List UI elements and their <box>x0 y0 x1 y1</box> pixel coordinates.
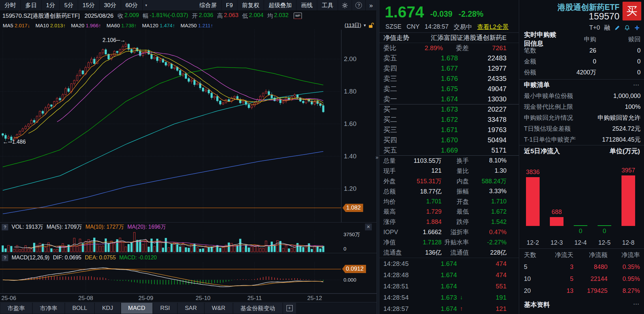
more-tools-button[interactable]: » <box>366 0 377 11</box>
period-button-1[interactable]: 多日 <box>21 0 42 11</box>
ask-price: 1.677 <box>409 65 458 72</box>
collapse-chevron-icon[interactable]: » <box>376 154 378 160</box>
tab-SAR[interactable]: SAR <box>178 303 204 314</box>
add-indicator-button[interactable]: + <box>283 303 296 314</box>
tab-RSI[interactable]: RSI <box>153 303 177 314</box>
tick-price: 1.674 <box>416 283 457 290</box>
tab-KDJ[interactable]: KDJ <box>95 303 120 314</box>
subscription-title: 实时申购赎回信息 <box>524 30 562 48</box>
tick-time: 14:28:54 <box>383 294 416 301</box>
toolbar-button-4[interactable]: 画线 <box>296 0 317 11</box>
period-button-5[interactable]: 30分 <box>100 0 121 11</box>
tab-基金份额变动[interactable]: 基金份额变动 <box>233 303 282 314</box>
tick-volume: 121 <box>466 305 507 313</box>
ask-row-1: 卖五1.67822483 <box>379 53 519 63</box>
flow-table-rows: 5384800.35%105221440.95%20131794258.27% <box>519 261 644 297</box>
range-dropdown-icon[interactable]: ▼ <box>363 23 367 27</box>
basic-info-section[interactable]: 基本资料 ⋯ <box>519 297 644 314</box>
field-value: -1.81%(-0.037) <box>149 12 188 20</box>
tab-市盈率[interactable]: 市盈率 <box>0 303 32 314</box>
macd-help-icon[interactable]: ? <box>2 255 8 261</box>
bid-row-4: 买四1.67050494 <box>379 135 519 145</box>
stat-label: 量比 <box>442 167 469 175</box>
gear-icon <box>341 2 348 9</box>
bid-volume: 33478 <box>458 116 507 124</box>
stat-label: 流通盘 <box>383 248 404 257</box>
ask-label: 卖三 <box>383 74 409 83</box>
period-button-4[interactable]: 15分 <box>78 0 100 11</box>
tab-BOLL[interactable]: BOLL <box>65 303 94 314</box>
more-ellipsis-icon[interactable]: ⋯ <box>633 81 640 89</box>
unlock-icon[interactable] <box>368 22 374 28</box>
l2-panorama-link[interactable]: 查看L2全景 <box>477 23 509 31</box>
ma-item-3: MA601.738↑ <box>106 23 136 28</box>
redeem-col-label: 赎回 <box>596 35 641 43</box>
tab-MACD[interactable]: MACD <box>121 303 152 314</box>
edit-pencil-icon[interactable] <box>614 25 620 31</box>
field-value: 2.063 <box>224 12 238 20</box>
settings-button[interactable] <box>338 0 352 11</box>
candlestick-chart-pane[interactable]: 2.001.801.601.401.20 1.082 2.106─→ ←─1.4… <box>0 30 377 223</box>
ma-label: MA10 <box>35 23 49 28</box>
toolbar-button-1[interactable]: F9 <box>222 0 238 11</box>
flow-zero-line <box>574 225 587 226</box>
stat-label: 最高 <box>383 208 404 216</box>
toolbar-button-3[interactable]: 超级叠加 <box>264 0 296 11</box>
wp-monitor-icon[interactable]: WP <box>294 13 302 19</box>
tab-W&R[interactable]: W&R <box>205 303 233 314</box>
stat-label: 跌停 <box>442 218 469 226</box>
stat-label: 最低 <box>442 208 469 216</box>
flow-table-header-cell: 净流额 <box>573 251 608 259</box>
tick-price: 1.674 <box>416 260 457 268</box>
alert-bell-icon[interactable] <box>624 25 630 31</box>
symbol-label: 159570.SZ[港股通创新药ETF] <box>2 12 80 20</box>
low-annotation: ←─1.486 <box>3 139 26 145</box>
redeem-list-header[interactable]: 申赎清单 ⋯ <box>519 80 644 90</box>
flow-bar <box>526 177 540 226</box>
add-plus-icon[interactable] <box>634 25 640 31</box>
more-ellipsis-icon[interactable]: ⋯ <box>633 300 640 308</box>
period-button-3[interactable]: 5分 <box>60 0 78 11</box>
stat-label: 振幅 <box>442 187 469 196</box>
ask-row-2: 卖四1.67712977 <box>379 63 519 74</box>
period-button-2[interactable]: 1分 <box>42 0 60 11</box>
range-days-label[interactable]: (113日) <box>345 22 361 29</box>
toolbar-button-5[interactable]: 工具 <box>317 0 338 11</box>
toolbar-button-0[interactable]: 综合屏 <box>195 0 222 11</box>
price-block: 1.674 -0.039 -2.28% <box>379 0 519 21</box>
ma-item-4: MA1201.474↑ <box>142 23 175 28</box>
flow-table-cell: 3 <box>546 263 573 271</box>
help-button[interactable]: ? <box>352 0 366 11</box>
stat-row-9: 流通盘136亿流通值228亿 <box>383 247 507 258</box>
ma-value: 2.017 <box>15 23 28 28</box>
nav-row[interactable]: 净值走势 汇添富国证港股通创新药E <box>379 33 519 43</box>
flow-bar-value: 688 <box>545 209 568 216</box>
stat-value: 588.24万 <box>469 177 507 185</box>
flow-bar-slot-12-4: 012-4 <box>569 157 592 248</box>
ask-volume: 24335 <box>458 75 507 83</box>
period-button-0[interactable]: 分时 <box>0 0 21 11</box>
tab-市净率[interactable]: 市净率 <box>33 303 64 314</box>
weibi-value: 2.89% <box>405 44 443 52</box>
time-axis-label: 25-09 <box>138 295 153 302</box>
panel-divider[interactable]: » <box>377 0 379 314</box>
field-label: 均 <box>267 12 273 20</box>
volume-pane[interactable]: ? VOL: 1913万 MA(5): 1709万 MA(10): 1727万 … <box>0 223 377 253</box>
tick-trade-row-3: 14:28:541.673↓191 <box>379 292 519 303</box>
stat-label: 换手 <box>442 157 469 165</box>
flow-table-row-0: 5384800.35% <box>519 261 644 273</box>
volume-help-icon[interactable]: ? <box>2 224 8 230</box>
buy-button[interactable]: 买 <box>623 2 641 20</box>
volume-close-icon[interactable]: × <box>365 224 372 230</box>
period-button-6[interactable]: 60分 <box>121 0 143 11</box>
macd-pane[interactable]: ? MACD(12,26,9) DIF: 0.0695 DEA: 0.0755 … <box>0 253 377 294</box>
bid-levels: 买一1.67320227买二1.67233478买三1.67119763买四1.… <box>379 104 519 156</box>
macd-value: MACD: -0.0120 <box>119 255 157 261</box>
toolbar-button-2[interactable]: 前复权 <box>237 0 264 11</box>
time-axis-label: 25-11 <box>247 295 262 302</box>
flow-table-cell: 13 <box>546 287 573 295</box>
bid-price: 1.673 <box>409 105 458 113</box>
stat-row-2: 外盘515.31万内盘588.24万 <box>383 176 507 186</box>
period-dropdown-icon[interactable]: ▾ <box>143 0 150 11</box>
flow-bar-value: 3836 <box>521 169 544 176</box>
